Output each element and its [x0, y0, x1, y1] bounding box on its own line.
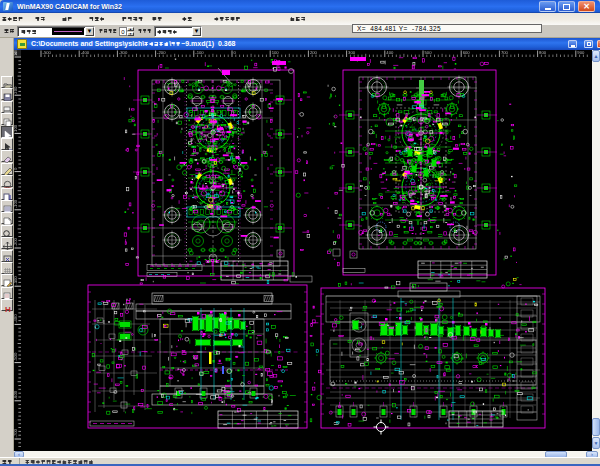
svg-text:500: 500	[425, 50, 433, 55]
svg-text:H: H	[5, 305, 11, 314]
svg-text:-300: -300	[119, 50, 128, 55]
svg-text:-400: -400	[81, 50, 90, 55]
svg-text:600: 600	[463, 50, 471, 55]
svg-text:-500: -500	[43, 50, 52, 55]
svg-text:700: 700	[501, 50, 509, 55]
svg-text:800: 800	[539, 50, 547, 55]
svg-text:100: 100	[272, 50, 280, 55]
svg-text:-100: -100	[195, 50, 204, 55]
svg-text:-200: -200	[157, 50, 166, 55]
svg-text:400: 400	[386, 50, 394, 55]
svg-text:0: 0	[234, 50, 237, 55]
svg-text:900: 900	[577, 50, 585, 55]
svg-text:200: 200	[310, 50, 318, 55]
svg-text:300: 300	[348, 50, 356, 55]
